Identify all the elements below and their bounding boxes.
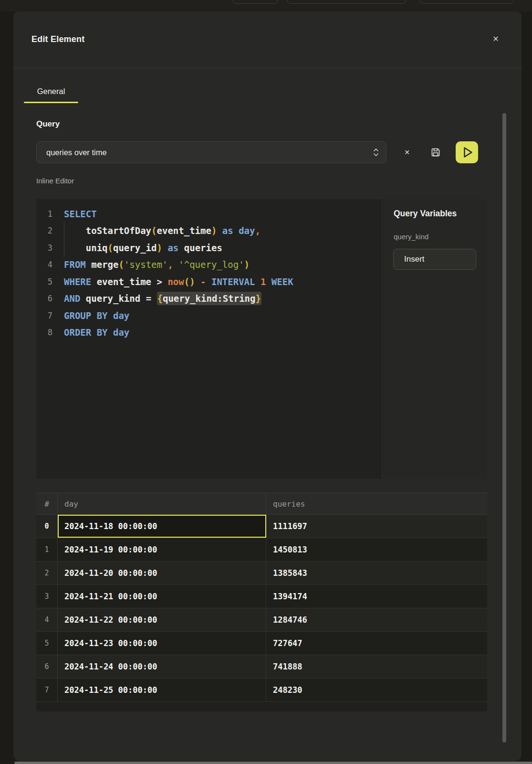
query-variables-title: Query Variables: [394, 209, 457, 219]
line-number: 6: [36, 294, 52, 303]
table-row: 22024-11-20 00:00:001385843: [36, 562, 487, 585]
table-row: 52024-11-23 00:00:00727647: [36, 632, 487, 655]
background-button-1: [232, 0, 278, 4]
tab-general-label: General: [24, 87, 78, 96]
line-number: 4: [36, 260, 52, 269]
row-index-cell[interactable]: 6: [36, 655, 58, 678]
tab-general[interactable]: General: [24, 79, 78, 103]
row-index-cell[interactable]: 2: [36, 562, 58, 584]
code-lines: 1SELECT2 toStartOfDay(event_time) as day…: [36, 205, 380, 341]
table-row: 42024-11-22 00:00:001284746: [36, 608, 487, 632]
row-index-cell[interactable]: 3: [36, 585, 58, 608]
day-cell[interactable]: 2024-11-24 00:00:00: [58, 655, 266, 678]
clear-query-button[interactable]: ✕: [400, 145, 414, 159]
results-table-footer: [36, 702, 487, 711]
queries-cell[interactable]: 1450813: [266, 538, 487, 561]
code-line: 6AND query_kind = {query_kind:String}: [36, 290, 380, 308]
queries-cell[interactable]: 248230: [266, 679, 487, 701]
query-select[interactable]: queries over time: [36, 141, 386, 163]
modal-scrollbar[interactable]: [502, 113, 506, 743]
save-query-button[interactable]: [428, 145, 443, 159]
play-icon: [456, 141, 478, 163]
insert-variable-button[interactable]: Insert: [393, 249, 476, 270]
clear-icon: ✕: [404, 149, 410, 156]
row-index-cell[interactable]: 0: [36, 515, 58, 538]
tab-active-underline: [24, 102, 78, 104]
line-code: SELECT: [64, 209, 97, 219]
row-index-cell[interactable]: 1: [36, 538, 58, 561]
query-variable-chip: {query_kind:String}: [157, 292, 261, 305]
table-row: 72024-11-25 00:00:00248230: [36, 679, 487, 702]
run-query-button[interactable]: [456, 141, 478, 163]
line-code: ORDER BY day: [64, 327, 129, 338]
line-code: toStartOfDay(event_time) as day,: [64, 225, 261, 236]
line-number: 1: [36, 209, 52, 219]
day-cell[interactable]: 2024-11-22 00:00:00: [58, 608, 266, 631]
row-index-cell[interactable]: 7: [36, 679, 58, 701]
table-row: 12024-11-19 00:00:001450813: [36, 538, 487, 562]
line-number: 7: [36, 311, 52, 320]
query-section-label: Query: [36, 119, 60, 129]
day-cell[interactable]: 2024-11-21 00:00:00: [58, 585, 266, 608]
row-index-cell[interactable]: 5: [36, 632, 58, 655]
save-icon: [430, 147, 441, 158]
queries-cell[interactable]: 1385843: [266, 562, 487, 584]
line-number: 3: [36, 243, 52, 253]
day-cell[interactable]: 2024-11-19 00:00:00: [58, 538, 266, 561]
row-index-cell[interactable]: 4: [36, 608, 58, 631]
line-code: AND query_kind = {query_kind:String}: [64, 293, 261, 304]
queries-cell[interactable]: 741888: [266, 655, 487, 678]
column-header-day: day: [58, 493, 266, 514]
page-horizontal-scrollbar[interactable]: [14, 762, 532, 764]
day-cell[interactable]: 2024-11-20 00:00:00: [58, 562, 266, 584]
query-select-value: queries over time: [46, 148, 373, 157]
code-line: 8ORDER BY day: [36, 324, 380, 341]
table-row: 62024-11-24 00:00:00741888: [36, 655, 487, 679]
line-number: 5: [36, 277, 52, 286]
background-topbar: [0, 0, 532, 11]
results-table-body: 02024-11-18 00:00:00111169712024-11-19 0…: [36, 515, 487, 702]
line-number: 8: [36, 328, 52, 337]
code-line: 2 toStartOfDay(event_time) as day,: [36, 223, 380, 240]
queries-cell[interactable]: 727647: [266, 632, 487, 655]
modal-title: Edit Element: [31, 34, 84, 44]
variable-name-label: query_kind: [394, 233, 428, 241]
background-button-3: [419, 0, 514, 4]
line-number: 2: [36, 226, 52, 235]
queries-cell[interactable]: 1284746: [266, 608, 487, 631]
code-line: 5WHERE event_time > now() - INTERVAL 1 W…: [36, 273, 380, 290]
close-button[interactable]: ✕: [489, 32, 503, 46]
query-variables-panel: Query Variables query_kind Insert: [380, 199, 487, 479]
table-row: 02024-11-18 00:00:001111697: [36, 515, 487, 538]
queries-cell[interactable]: 1111697: [266, 515, 487, 538]
background-button-2: [287, 0, 407, 4]
column-header-index: #: [36, 493, 58, 514]
line-code: WHERE event_time > now() - INTERVAL 1 WE…: [64, 276, 293, 287]
code-line: 4FROM merge('system', '^query_log'): [36, 256, 380, 274]
inline-editor-label: Inline Editor: [36, 177, 74, 185]
code-line: 7GROUP BY day: [36, 307, 380, 324]
code-line: 3 uniq(query_id) as queries: [36, 239, 380, 256]
day-cell[interactable]: 2024-11-23 00:00:00: [58, 632, 266, 655]
results-table-header: # day queries: [36, 493, 487, 515]
sql-editor: 1SELECT2 toStartOfDay(event_time) as day…: [36, 199, 487, 479]
column-header-queries: queries: [266, 493, 487, 514]
code-line: 1SELECT: [36, 205, 380, 223]
day-cell[interactable]: 2024-11-25 00:00:00: [58, 679, 266, 701]
select-chevrons-icon: [373, 147, 379, 158]
edit-element-modal: Edit Element ✕ General Query queries ove…: [13, 11, 522, 761]
close-icon: ✕: [492, 34, 499, 43]
header-divider: [13, 68, 522, 68]
code-area[interactable]: 1SELECT2 toStartOfDay(event_time) as day…: [36, 199, 380, 479]
line-code: GROUP BY day: [64, 310, 129, 321]
results-table: # day queries 02024-11-18 00:00:00111169…: [36, 493, 487, 711]
line-code: uniq(query_id) as queries: [64, 243, 222, 253]
table-row: 32024-11-21 00:00:001394174: [36, 585, 487, 608]
line-code: FROM merge('system', '^query_log'): [64, 259, 250, 270]
queries-cell[interactable]: 1394174: [266, 585, 487, 608]
day-cell[interactable]: 2024-11-18 00:00:00: [58, 515, 266, 538]
